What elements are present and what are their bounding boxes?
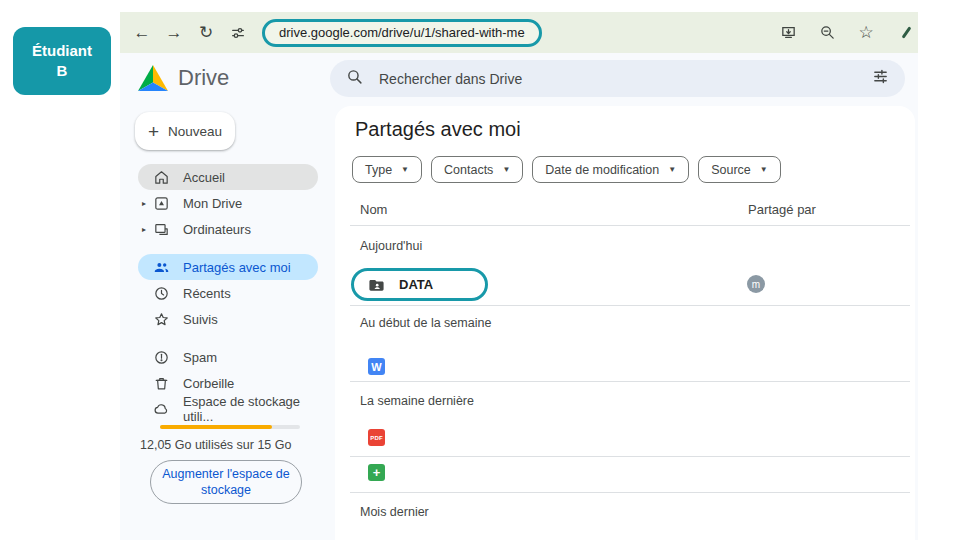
sidebar-item-label: Accueil bbox=[183, 170, 225, 185]
chip-label: Date de modification bbox=[545, 163, 659, 177]
upgrade-storage-button[interactable]: Augmenter l'espace de stockage bbox=[150, 460, 302, 504]
sidebar-item-label: Suivis bbox=[183, 312, 218, 327]
drive-sidebar: + Nouveau Accueil ▸ bbox=[120, 103, 335, 540]
shared-with-me-people-icon bbox=[152, 258, 170, 276]
clock-icon bbox=[152, 284, 170, 302]
chevron-down-icon: ▼ bbox=[760, 165, 768, 174]
sidebar-item-accueil[interactable]: Accueil bbox=[138, 164, 318, 190]
sidebar-item-ordinateurs[interactable]: ▸ Ordinateurs bbox=[138, 216, 318, 242]
section-label-semaine-derniere: La semaine dernière bbox=[360, 394, 474, 408]
data-folder-annotation-oval bbox=[351, 268, 488, 301]
sidebar-item-label: Partagés avec moi bbox=[183, 260, 291, 275]
student-annotation-badge: Étudiant B bbox=[13, 27, 111, 95]
toolbar-right-icons: ☆ bbox=[776, 21, 908, 45]
drive-search-bar[interactable] bbox=[330, 60, 905, 97]
storage-usage-text: 12,05 Go utilisés sur 15 Go bbox=[140, 438, 291, 452]
chevron-down-icon: ▼ bbox=[668, 165, 676, 174]
sidebar-item-label: Espace de stockage utili... bbox=[183, 394, 318, 424]
sidebar-item-label: Ordinateurs bbox=[183, 222, 251, 237]
trash-icon bbox=[152, 374, 170, 392]
star-icon bbox=[152, 310, 170, 328]
page-title: Partagés avec moi bbox=[355, 118, 521, 141]
filter-chip-type[interactable]: Type ▼ bbox=[352, 156, 422, 183]
filter-chips-row: Type ▼ Contacts ▼ Date de modification ▼… bbox=[352, 156, 781, 183]
search-input[interactable] bbox=[377, 70, 872, 88]
divider bbox=[350, 305, 910, 306]
chevron-down-icon: ▼ bbox=[502, 165, 510, 174]
shared-by-avatar[interactable]: m bbox=[747, 275, 765, 293]
divider bbox=[350, 225, 910, 226]
drive-logo-icon bbox=[138, 65, 168, 91]
filter-chip-contacts[interactable]: Contacts ▼ bbox=[431, 156, 523, 183]
section-label-debut-semaine: Au début de la semaine bbox=[360, 316, 491, 330]
storage-progress-bar bbox=[160, 425, 300, 429]
sidebar-item-stockage[interactable]: Espace de stockage utili... bbox=[138, 396, 318, 422]
bookmark-star-icon[interactable]: ☆ bbox=[854, 21, 878, 45]
sidebar-item-label: Corbeille bbox=[183, 376, 234, 391]
chevron-right-icon[interactable]: ▸ bbox=[142, 225, 152, 234]
new-button[interactable]: + Nouveau bbox=[135, 112, 235, 150]
sidebar-item-mon-drive[interactable]: ▸ Mon Drive bbox=[138, 190, 318, 216]
address-bar[interactable]: drive.google.com/drive/u/1/shared-with-m… bbox=[262, 19, 542, 47]
new-button-label: Nouveau bbox=[168, 124, 222, 139]
sidebar-item-recents[interactable]: Récents bbox=[138, 280, 318, 306]
spreadsheet-file-icon[interactable]: + bbox=[368, 464, 385, 481]
sidebar-item-corbeille[interactable]: Corbeille bbox=[138, 370, 318, 396]
screenshot-stage: Étudiant B ← → ↻ drive.google.com/drive/… bbox=[0, 0, 960, 540]
sidebar-item-label: Mon Drive bbox=[183, 196, 242, 211]
zoom-out-icon[interactable] bbox=[815, 21, 839, 45]
sidebar-item-spam[interactable]: Spam bbox=[138, 344, 318, 370]
chevron-right-icon[interactable]: ▸ bbox=[142, 199, 152, 208]
filter-chip-date-modification[interactable]: Date de modification ▼ bbox=[532, 156, 689, 183]
chip-label: Type bbox=[365, 163, 392, 177]
divider bbox=[350, 456, 910, 457]
divider bbox=[350, 381, 910, 382]
drive-header: Drive bbox=[120, 53, 918, 103]
url-text: drive.google.com/drive/u/1/shared-with-m… bbox=[279, 25, 525, 40]
section-label-aujourdhui: Aujourd'hui bbox=[360, 239, 422, 253]
column-header-partage-par[interactable]: Partagé par bbox=[748, 202, 816, 217]
sidebar-item-label: Récents bbox=[183, 286, 231, 301]
spam-icon bbox=[152, 348, 170, 366]
cloud-icon bbox=[152, 400, 170, 418]
browser-window: ← → ↻ drive.google.com/drive/u/1/shared-… bbox=[120, 12, 918, 540]
pdf-file-icon[interactable]: PDF bbox=[368, 429, 385, 446]
chevron-down-icon: ▼ bbox=[401, 165, 409, 174]
install-app-icon[interactable] bbox=[776, 21, 800, 45]
forward-icon[interactable]: → bbox=[162, 21, 186, 45]
search-options-tune-icon[interactable] bbox=[872, 68, 889, 89]
my-drive-icon bbox=[152, 194, 170, 212]
storage-progress-fill bbox=[160, 425, 272, 429]
reload-icon[interactable]: ↻ bbox=[194, 21, 218, 45]
sidebar-item-suivis[interactable]: Suivis bbox=[138, 306, 318, 332]
shared-with-me-panel: Partagés avec moi Type ▼ Contacts ▼ Date… bbox=[335, 106, 915, 540]
search-icon bbox=[346, 68, 363, 89]
word-file-icon[interactable]: W bbox=[368, 358, 385, 375]
drive-logo[interactable]: Drive bbox=[138, 65, 229, 91]
divider bbox=[350, 492, 910, 493]
site-controls-icon[interactable] bbox=[226, 21, 250, 45]
sidebar-item-partages-avec-moi[interactable]: Partagés avec moi bbox=[138, 254, 318, 280]
sidebar-item-label: Spam bbox=[183, 350, 217, 365]
badge-line1: Étudiant bbox=[32, 41, 92, 61]
plus-icon: + bbox=[148, 122, 159, 141]
column-header-nom[interactable]: Nom bbox=[360, 202, 387, 217]
home-icon bbox=[152, 168, 170, 186]
section-label-mois-dernier: Mois dernier bbox=[360, 505, 429, 519]
chip-label: Source bbox=[711, 163, 751, 177]
cropped-toolbar-icon bbox=[902, 26, 912, 38]
badge-line2: B bbox=[57, 61, 68, 81]
back-icon[interactable]: ← bbox=[130, 21, 154, 45]
chip-label: Contacts bbox=[444, 163, 493, 177]
drive-app: Drive bbox=[120, 53, 918, 540]
drive-logo-text: Drive bbox=[178, 65, 229, 91]
filter-chip-source[interactable]: Source ▼ bbox=[698, 156, 781, 183]
browser-toolbar: ← → ↻ drive.google.com/drive/u/1/shared-… bbox=[120, 12, 918, 53]
computers-icon bbox=[152, 220, 170, 238]
